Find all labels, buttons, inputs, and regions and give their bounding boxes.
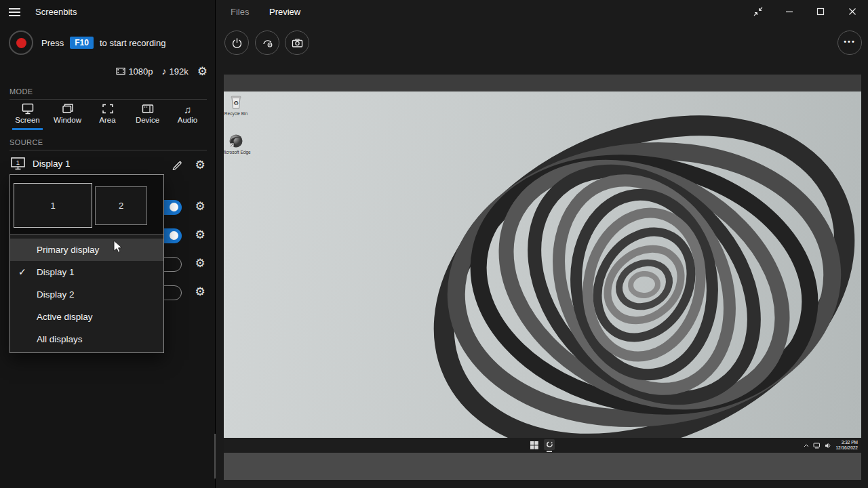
app-title: Screenbits (35, 7, 77, 17)
mode-tab-audio[interactable]: ♫ Audio (167, 102, 208, 130)
mode-tab-device[interactable]: Device (127, 102, 167, 130)
compact-mode-button[interactable] (747, 2, 769, 21)
mode-tabs: Screen Window Area Device ♫ Audio (7, 102, 208, 130)
desktop-wallpaper: ♻ Recycle Bin Microsoft Edge (224, 92, 861, 438)
camera-icon (292, 38, 303, 48)
source-settings-button[interactable]: ⚙ (191, 156, 209, 174)
check-icon: ✓ (18, 261, 26, 283)
mode-tab-area[interactable]: Area (87, 102, 127, 130)
taskbar-time: 3:32 PM (842, 440, 858, 445)
wallpaper-bloom (224, 92, 861, 438)
pencil-icon (171, 159, 183, 171)
window-icon (47, 102, 87, 115)
mouse-cursor-icon (113, 240, 123, 254)
source-section-label: SOURCE (9, 138, 43, 146)
sidebar-scrollbar[interactable] (214, 434, 216, 479)
display-thumbnail-1[interactable]: 1 (14, 183, 92, 228)
record-button[interactable] (9, 30, 33, 55)
source-selector[interactable]: 1 Display 1 ⚙ (0, 154, 216, 174)
maximize-button[interactable] (810, 2, 831, 21)
quality-settings-gear-icon[interactable]: ⚙ (197, 66, 208, 77)
option-gear-icon[interactable]: ⚙ (192, 286, 208, 298)
taskbar-date: 12/16/2022 (835, 445, 858, 451)
screenshot-button[interactable] (285, 30, 309, 55)
source-divider (9, 150, 207, 150)
preview-letterbox-top (224, 75, 861, 92)
close-button[interactable] (842, 2, 863, 21)
preview-pane: ♻ Recycle Bin Microsoft Edge (224, 75, 861, 480)
video-quality[interactable]: 1080p (116, 66, 153, 77)
power-icon (231, 37, 243, 49)
touch-pointer-icon (262, 37, 273, 49)
menu-item-display-2[interactable]: Display 2 (10, 283, 163, 306)
ellipsis-icon: ••• (844, 37, 856, 48)
toggle-knob (170, 231, 178, 240)
gear-icon: ⚙ (195, 159, 205, 171)
device-icon (127, 102, 167, 115)
quality-row: 1080p ♪ 192k ⚙ (95, 63, 208, 79)
after-label: to start recording (100, 38, 166, 48)
menu-item-all-displays[interactable]: All displays (10, 328, 163, 350)
display-thumbnail-2[interactable]: 2 (95, 186, 147, 225)
desktop-icon-recycle-bin: ♻ Recycle Bin (224, 95, 256, 117)
source-selected-label: Display 1 (33, 154, 71, 174)
taskbar-center-icons (530, 438, 555, 453)
screenbits-window: Screenbits Press F10 to start recording … (0, 0, 868, 488)
network-icon (813, 443, 821, 449)
option-gear-icon[interactable]: ⚙ (192, 229, 208, 241)
svg-text:1: 1 (16, 159, 20, 166)
display-layout-preview: 1 2 (10, 175, 163, 235)
menu-item-active-display[interactable]: Active display (10, 306, 163, 328)
active-app-indicator (547, 451, 552, 452)
more-options-button[interactable]: ••• (837, 30, 862, 55)
edit-source-button[interactable] (168, 156, 186, 174)
compact-mode-icon (753, 7, 763, 16)
record-hint: Press F10 to start recording (41, 33, 165, 53)
screen-icon (7, 102, 47, 115)
touch-pointer-button[interactable] (255, 30, 279, 55)
edge-icon (229, 134, 243, 148)
mode-divider (9, 99, 207, 100)
hotkey-badge: F10 (70, 37, 94, 49)
display-monitor-icon: 1 (10, 157, 27, 174)
toggle-knob (170, 203, 178, 211)
minimize-icon (785, 7, 793, 16)
sync-app-icon (546, 441, 553, 448)
taskbar-app-active (544, 439, 555, 452)
record-dot-icon (16, 38, 26, 48)
hamburger-menu-icon[interactable] (9, 6, 25, 20)
taskbar: 3:32 PM 12/16/2022 (224, 438, 861, 453)
tab-preview[interactable]: Preview (269, 7, 300, 17)
audio-quality[interactable]: ♪ 192k (162, 66, 189, 77)
speaker-icon (825, 443, 831, 449)
mode-tab-screen[interactable]: Screen (7, 102, 47, 130)
video-quality-label: 1080p (128, 66, 153, 77)
tray-chevron-icon (804, 444, 809, 447)
taskbar-clock: 3:32 PM 12/16/2022 (835, 440, 858, 451)
mode-section-label: MODE (9, 87, 33, 96)
desktop-icon-microsoft-edge: Microsoft Edge (224, 134, 256, 155)
svg-text:♻: ♻ (233, 100, 239, 106)
audio-icon: ♫ (167, 102, 208, 115)
mode-tab-window[interactable]: Window (47, 102, 87, 130)
start-button-icon (530, 441, 538, 449)
maximize-icon (816, 7, 825, 16)
press-label: Press (41, 38, 64, 48)
menu-item-primary-display[interactable]: Primary display (10, 239, 163, 261)
recycle-bin-icon: ♻ (230, 95, 242, 110)
music-note-icon: ♪ (162, 66, 167, 77)
menu-item-display-1[interactable]: ✓Display 1 (10, 261, 163, 283)
minimize-button[interactable] (778, 2, 800, 21)
taskbar-tray: 3:32 PM 12/16/2022 (804, 438, 858, 453)
film-icon (116, 67, 125, 75)
desktop-preview: ♻ Recycle Bin Microsoft Edge (224, 92, 861, 453)
sidebar: Screenbits Press F10 to start recording … (0, 0, 216, 488)
close-icon (848, 7, 856, 16)
display-menu-list: Primary display ✓Display 1 Display 2 Act… (10, 235, 163, 350)
option-gear-icon[interactable]: ⚙ (192, 258, 208, 269)
option-gear-icon[interactable]: ⚙ (192, 201, 208, 212)
audio-quality-label: 192k (170, 66, 189, 77)
power-options-button[interactable] (224, 30, 249, 55)
tab-files[interactable]: Files (231, 7, 249, 17)
area-icon (87, 102, 127, 115)
